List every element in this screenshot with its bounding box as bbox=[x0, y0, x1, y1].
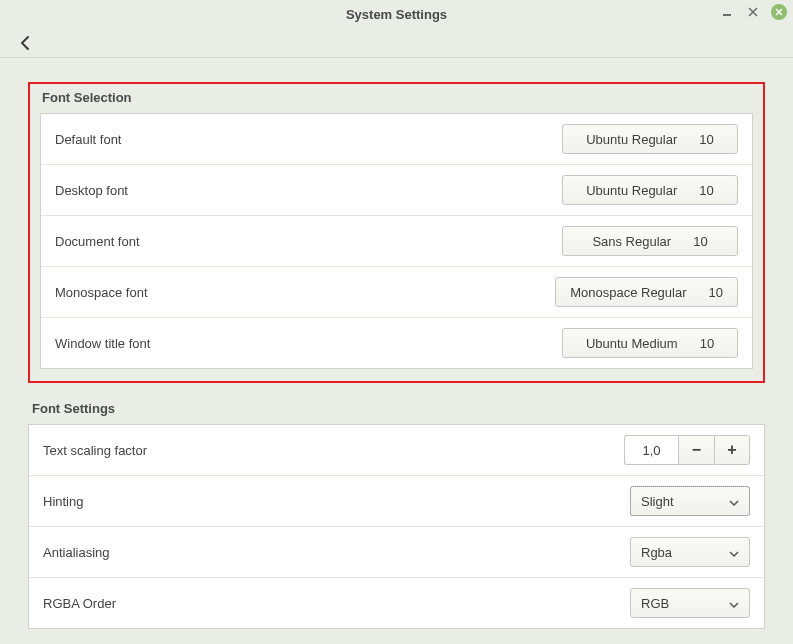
label-rgba-order: RGBA Order bbox=[43, 596, 116, 611]
font-name: Ubuntu Regular bbox=[586, 132, 677, 147]
font-settings-panel: Text scaling factor − + Hinting Slight A… bbox=[28, 424, 765, 629]
hinting-combobox[interactable]: Slight bbox=[630, 486, 750, 516]
chevron-down-icon bbox=[729, 596, 739, 611]
svg-rect-0 bbox=[723, 14, 731, 16]
chevron-down-icon bbox=[729, 494, 739, 509]
font-name: Ubuntu Regular bbox=[586, 183, 677, 198]
font-chooser-default[interactable]: Ubuntu Regular 10 bbox=[562, 124, 738, 154]
chevron-down-icon bbox=[729, 545, 739, 560]
label-antialiasing: Antialiasing bbox=[43, 545, 110, 560]
maximize-icon[interactable] bbox=[745, 4, 761, 20]
font-name: Monospace Regular bbox=[570, 285, 686, 300]
close-icon[interactable] bbox=[771, 4, 787, 20]
scaling-increment-button[interactable]: + bbox=[714, 435, 750, 465]
rgba-order-value: RGB bbox=[641, 596, 669, 611]
scaling-decrement-button[interactable]: − bbox=[678, 435, 714, 465]
text-scaling-input[interactable] bbox=[624, 435, 678, 465]
row-monospace-font: Monospace font Monospace Regular 10 bbox=[41, 266, 752, 317]
font-name: Ubuntu Medium bbox=[586, 336, 678, 351]
label-default-font: Default font bbox=[55, 132, 122, 147]
window-title: System Settings bbox=[0, 7, 793, 22]
label-document-font: Document font bbox=[55, 234, 140, 249]
row-document-font: Document font Sans Regular 10 bbox=[41, 215, 752, 266]
rgba-order-combobox[interactable]: RGB bbox=[630, 588, 750, 618]
label-text-scaling: Text scaling factor bbox=[43, 443, 147, 458]
row-hinting: Hinting Slight bbox=[29, 475, 764, 526]
font-selection-highlight: Font Selection Default font Ubuntu Regul… bbox=[28, 82, 765, 383]
font-size: 10 bbox=[693, 234, 707, 249]
font-name: Sans Regular bbox=[592, 234, 671, 249]
font-selection-panel: Default font Ubuntu Regular 10 Desktop f… bbox=[40, 113, 753, 369]
font-settings-heading: Font Settings bbox=[32, 401, 765, 416]
row-text-scaling: Text scaling factor − + bbox=[29, 425, 764, 475]
row-desktop-font: Desktop font Ubuntu Regular 10 bbox=[41, 164, 752, 215]
minimize-icon[interactable] bbox=[719, 4, 735, 20]
font-chooser-desktop[interactable]: Ubuntu Regular 10 bbox=[562, 175, 738, 205]
font-size: 10 bbox=[700, 336, 714, 351]
font-chooser-monospace[interactable]: Monospace Regular 10 bbox=[555, 277, 738, 307]
window-controls bbox=[719, 4, 787, 20]
font-size: 10 bbox=[699, 183, 713, 198]
toolbar bbox=[0, 28, 793, 58]
font-chooser-document[interactable]: Sans Regular 10 bbox=[562, 226, 738, 256]
row-window-title-font: Window title font Ubuntu Medium 10 bbox=[41, 317, 752, 368]
row-antialiasing: Antialiasing Rgba bbox=[29, 526, 764, 577]
label-monospace-font: Monospace font bbox=[55, 285, 148, 300]
text-scaling-spinner: − + bbox=[624, 435, 750, 465]
row-default-font: Default font Ubuntu Regular 10 bbox=[41, 114, 752, 164]
hinting-value: Slight bbox=[641, 494, 674, 509]
font-size: 10 bbox=[709, 285, 723, 300]
back-button[interactable] bbox=[14, 31, 38, 55]
titlebar: System Settings bbox=[0, 0, 793, 28]
font-chooser-window-title[interactable]: Ubuntu Medium 10 bbox=[562, 328, 738, 358]
label-hinting: Hinting bbox=[43, 494, 83, 509]
antialiasing-combobox[interactable]: Rgba bbox=[630, 537, 750, 567]
content: Font Selection Default font Ubuntu Regul… bbox=[0, 58, 793, 644]
font-selection-heading: Font Selection bbox=[42, 90, 753, 105]
font-size: 10 bbox=[699, 132, 713, 147]
row-rgba-order: RGBA Order RGB bbox=[29, 577, 764, 628]
label-window-title-font: Window title font bbox=[55, 336, 150, 351]
antialiasing-value: Rgba bbox=[641, 545, 672, 560]
label-desktop-font: Desktop font bbox=[55, 183, 128, 198]
